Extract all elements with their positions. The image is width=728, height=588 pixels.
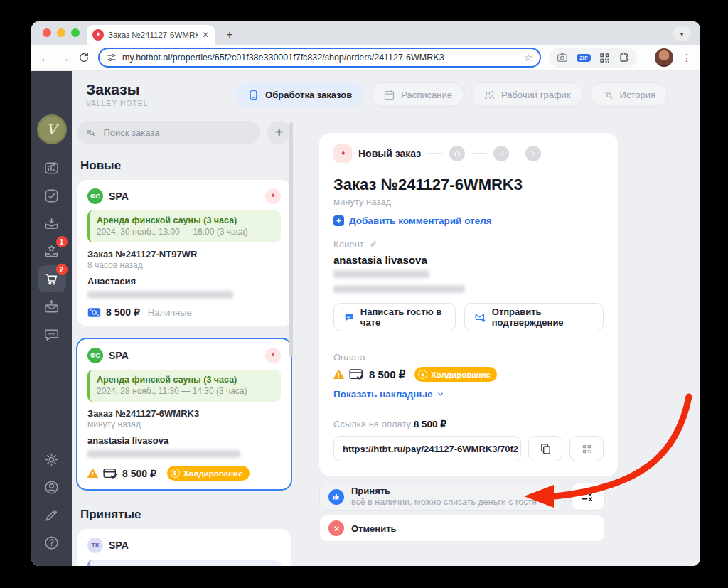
sidebar-item-mailing[interactable]	[38, 293, 66, 320]
orders-list-panel: + Новые ФС SPA Аренда финской сауны (3 ч…	[77, 121, 291, 566]
sidebar-item-inbox[interactable]	[38, 210, 66, 237]
order-amount: 8 500 ₽	[122, 468, 156, 479]
order-status-stepper: Новый заказ	[333, 144, 604, 163]
status-label: Новый заказ	[358, 148, 421, 159]
sidebar-item-tasks[interactable]	[38, 182, 66, 209]
browser-menu-icon[interactable]: ⋮	[682, 52, 692, 63]
sidebar-item-orders[interactable]: 2	[38, 265, 66, 292]
service-block: Аренда финской сауны (3 часа) 2024, 30 н…	[87, 210, 281, 242]
profile-avatar[interactable]	[655, 48, 673, 67]
traffic-lights	[43, 28, 80, 37]
section-new-title: Новые	[80, 159, 291, 173]
show-invoices-link[interactable]: Показать накладные	[333, 389, 604, 400]
payment-method: Наличные	[148, 307, 192, 318]
reviews-badge: 1	[56, 236, 68, 247]
order-search-box[interactable]	[77, 121, 260, 144]
add-order-button[interactable]: +	[267, 121, 291, 144]
order-search-input[interactable]	[102, 127, 252, 139]
edit-pencil-icon[interactable]	[368, 240, 378, 249]
minimize-window-button[interactable]	[57, 28, 65, 37]
list-scrollbar[interactable]	[289, 122, 293, 357]
partial-accept-checklist-button[interactable]	[571, 483, 605, 511]
redacted-contact	[87, 450, 240, 458]
browser-tab[interactable]: Заказ №241127-6WMRK3 | V ✕	[87, 25, 215, 45]
sidebar-item-edit[interactable]	[38, 501, 66, 528]
checklist-icon	[582, 491, 594, 503]
qr-code-button[interactable]	[569, 436, 604, 461]
qr-icon	[582, 444, 592, 454]
sidebar-item-analytics[interactable]	[38, 154, 66, 181]
tab-history[interactable]: История	[590, 82, 668, 107]
orders-badge: 2	[56, 264, 68, 275]
tab-schedule[interactable]: Расписание	[371, 82, 464, 107]
client-name: anastasia livasova	[87, 435, 281, 446]
forward-icon[interactable]: →	[59, 52, 70, 64]
staff-icon	[483, 89, 496, 101]
accept-order-button[interactable]: Принять всё в наличии, можно списать ден…	[319, 483, 565, 511]
payment-amount: 8 500 ₽	[369, 368, 405, 381]
tab-strip: Заказ №241127-6WMRK3 | V ✕ + ▾	[31, 21, 700, 45]
payment-label: Оплата	[333, 352, 604, 363]
warning-icon	[87, 469, 98, 478]
order-card-new-1[interactable]: ФС SPA Аренда финской сауны (3 часа) 202…	[77, 180, 291, 326]
send-confirmation-button[interactable]: Отправить подтверждение	[464, 303, 604, 331]
cancel-order-button[interactable]: Отменить	[319, 515, 605, 542]
section-accepted-title: Принятые	[80, 508, 291, 522]
payment-link-field[interactable]: https://htbt.ru/pay/241127-6WMRK3/70f2	[333, 436, 521, 461]
back-icon[interactable]: ←	[40, 52, 50, 64]
order-card-accepted-1[interactable]: ТК SPA Посещение термального комплекса 2…	[77, 529, 291, 566]
new-order-flame-icon	[265, 348, 281, 363]
bookmark-star-icon[interactable]: ☆	[524, 52, 533, 63]
redacted-email	[333, 285, 465, 293]
hotel-name: VALLEY HOTEL	[86, 100, 148, 107]
paylink-amount: 8 500 ₽	[414, 419, 446, 429]
zoom-window-button[interactable]	[71, 28, 80, 37]
coin-icon: $	[418, 370, 427, 379]
browser-window: Заказ №241127-6WMRK3 | V ✕ + ▾ ← → my.ho…	[31, 21, 700, 566]
new-tab-button[interactable]: +	[222, 27, 237, 43]
zip-extension-icon[interactable]: ZIP	[577, 54, 591, 62]
step-accept-icon	[449, 146, 465, 161]
toolbar-divider	[646, 52, 646, 63]
chat-icon	[344, 311, 354, 324]
reload-icon[interactable]	[78, 52, 90, 63]
address-bar[interactable]: my.hotbot.ai/properties/65f2c01f38e33000…	[98, 48, 541, 68]
step-done-icon	[493, 146, 509, 161]
warning-icon	[333, 370, 344, 379]
order-time-ago: минуту назад	[87, 419, 281, 429]
sidebar-item-settings[interactable]	[38, 446, 66, 473]
sidebar-item-chats[interactable]	[38, 321, 66, 348]
tab-search-chevron-icon[interactable]: ▾	[673, 26, 690, 41]
order-number: Заказ №241127-NT97WR	[87, 249, 281, 260]
service-tag: ТК	[87, 538, 103, 553]
service-tag: ФС	[87, 348, 103, 363]
tab-close-icon[interactable]: ✕	[202, 30, 209, 40]
tab-work-schedule[interactable]: Рабочий график	[471, 82, 583, 107]
extensions-puzzle-icon[interactable]	[619, 52, 630, 63]
order-title: Заказ №241127-6WMRK3	[333, 176, 604, 194]
hold-badge: $ Холдирование	[167, 466, 250, 481]
hotel-avatar[interactable]: V	[37, 114, 67, 144]
sidebar-item-help[interactable]	[38, 529, 66, 556]
screenshot-camera-icon[interactable]	[557, 52, 568, 63]
history-search-icon	[602, 89, 614, 101]
tune-icon[interactable]	[107, 53, 117, 63]
view-tabs: Обработка заказов Расписание Рабочий гра…	[235, 82, 668, 107]
copy-icon	[540, 443, 552, 455]
coin-icon: $	[171, 469, 180, 478]
url-text: my.hotbot.ai/properties/65f2c01f38e33000…	[122, 53, 518, 63]
sidebar-item-profile[interactable]	[38, 474, 66, 501]
close-window-button[interactable]	[43, 28, 51, 37]
add-hotel-comment-link[interactable]: + Добавить комментарий отеля	[333, 215, 604, 226]
copy-link-button[interactable]	[528, 436, 562, 461]
client-label: Клиент	[333, 239, 364, 250]
tab-title: Заказ №241127-6WMRK3 | V	[108, 31, 198, 39]
order-number: Заказ №241127-6WMRK3	[87, 408, 281, 419]
order-card-new-2-selected[interactable]: ФС SPA Аренда финской сауны (3 часа) 202…	[77, 339, 291, 489]
qr-extension-icon[interactable]	[599, 53, 610, 63]
order-time-ago: 8 часов назад	[87, 260, 281, 270]
sidebar-item-reviews[interactable]: 1	[38, 237, 66, 264]
browser-toolbar: ← → my.hotbot.ai/properties/65f2c01f38e3…	[31, 45, 700, 71]
tab-order-processing[interactable]: Обработка заказов	[235, 82, 364, 107]
chat-with-guest-button[interactable]: Написать гостю в чате	[333, 303, 456, 331]
